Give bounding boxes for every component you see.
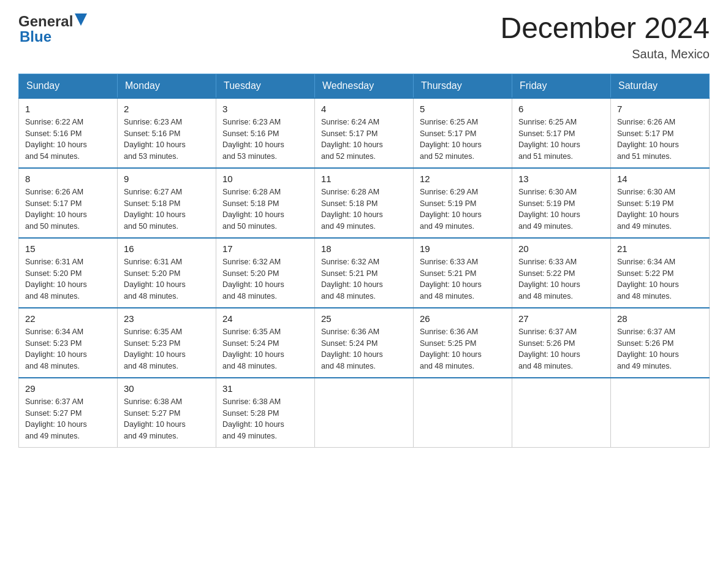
calendar-table: Sunday Monday Tuesday Wednesday Thursday… (18, 74, 710, 448)
logo-general-text: General (18, 13, 73, 30)
day-number: 15 (25, 243, 111, 254)
day-number: 27 (518, 313, 604, 324)
day-info: Sunrise: 6:26 AMSunset: 5:17 PMDaylight:… (617, 118, 679, 161)
table-row: 1 Sunrise: 6:22 AMSunset: 5:16 PMDayligh… (19, 98, 118, 168)
table-row: 13 Sunrise: 6:30 AMSunset: 5:19 PMDaylig… (512, 168, 611, 238)
table-row: 28 Sunrise: 6:37 AMSunset: 5:26 PMDaylig… (611, 308, 710, 378)
day-number: 29 (25, 383, 111, 394)
day-number: 12 (420, 174, 506, 184)
calendar-week-row: 29 Sunrise: 6:37 AMSunset: 5:27 PMDaylig… (19, 378, 710, 448)
table-row: 8 Sunrise: 6:26 AMSunset: 5:17 PMDayligh… (19, 168, 118, 238)
table-row (512, 378, 611, 448)
day-number: 13 (518, 174, 604, 184)
page-subtitle: Sauta, Mexico (500, 47, 710, 61)
day-info: Sunrise: 6:28 AMSunset: 5:18 PMDaylight:… (321, 188, 383, 231)
day-info: Sunrise: 6:23 AMSunset: 5:16 PMDaylight:… (124, 118, 186, 161)
day-info: Sunrise: 6:38 AMSunset: 5:28 PMDaylight:… (222, 397, 284, 440)
day-number: 10 (222, 174, 308, 184)
table-row: 27 Sunrise: 6:37 AMSunset: 5:26 PMDaylig… (512, 308, 611, 378)
table-row: 31 Sunrise: 6:38 AMSunset: 5:28 PMDaylig… (216, 378, 315, 448)
day-info: Sunrise: 6:27 AMSunset: 5:18 PMDaylight:… (124, 188, 186, 231)
day-number: 9 (124, 174, 210, 184)
table-row: 10 Sunrise: 6:28 AMSunset: 5:18 PMDaylig… (216, 168, 315, 238)
day-info: Sunrise: 6:31 AMSunset: 5:20 PMDaylight:… (25, 258, 87, 301)
day-info: Sunrise: 6:36 AMSunset: 5:25 PMDaylight:… (420, 327, 482, 370)
day-info: Sunrise: 6:37 AMSunset: 5:26 PMDaylight:… (617, 327, 679, 370)
day-number: 14 (617, 174, 703, 184)
day-number: 21 (617, 243, 703, 254)
table-row: 16 Sunrise: 6:31 AMSunset: 5:20 PMDaylig… (118, 238, 216, 308)
table-row: 7 Sunrise: 6:26 AMSunset: 5:17 PMDayligh… (611, 98, 710, 168)
table-row: 4 Sunrise: 6:24 AMSunset: 5:17 PMDayligh… (315, 98, 414, 168)
day-info: Sunrise: 6:30 AMSunset: 5:19 PMDaylight:… (518, 188, 580, 231)
table-row (611, 378, 710, 448)
table-row: 11 Sunrise: 6:28 AMSunset: 5:18 PMDaylig… (315, 168, 414, 238)
day-info: Sunrise: 6:34 AMSunset: 5:23 PMDaylight:… (25, 327, 87, 370)
day-info: Sunrise: 6:34 AMSunset: 5:22 PMDaylight:… (617, 258, 679, 301)
day-info: Sunrise: 6:35 AMSunset: 5:23 PMDaylight:… (124, 327, 186, 370)
day-number: 2 (124, 104, 210, 114)
table-row: 24 Sunrise: 6:35 AMSunset: 5:24 PMDaylig… (216, 308, 315, 378)
header-thursday: Thursday (414, 74, 512, 98)
day-number: 11 (321, 174, 407, 184)
day-info: Sunrise: 6:25 AMSunset: 5:17 PMDaylight:… (420, 118, 482, 161)
table-row: 15 Sunrise: 6:31 AMSunset: 5:20 PMDaylig… (19, 238, 118, 308)
day-info: Sunrise: 6:35 AMSunset: 5:24 PMDaylight:… (222, 327, 284, 370)
table-row: 29 Sunrise: 6:37 AMSunset: 5:27 PMDaylig… (19, 378, 118, 448)
day-info: Sunrise: 6:29 AMSunset: 5:19 PMDaylight:… (420, 188, 482, 231)
title-section: December 2024 Sauta, Mexico (500, 12, 710, 61)
calendar-week-row: 1 Sunrise: 6:22 AMSunset: 5:16 PMDayligh… (19, 98, 710, 168)
table-row: 14 Sunrise: 6:30 AMSunset: 5:19 PMDaylig… (611, 168, 710, 238)
table-row: 12 Sunrise: 6:29 AMSunset: 5:19 PMDaylig… (414, 168, 512, 238)
day-info: Sunrise: 6:31 AMSunset: 5:20 PMDaylight:… (124, 258, 186, 301)
day-number: 6 (518, 104, 604, 114)
header-friday: Friday (512, 74, 611, 98)
header-monday: Monday (118, 74, 216, 98)
day-info: Sunrise: 6:38 AMSunset: 5:27 PMDaylight:… (124, 397, 186, 440)
day-info: Sunrise: 6:24 AMSunset: 5:17 PMDaylight:… (321, 118, 383, 161)
table-row: 19 Sunrise: 6:33 AMSunset: 5:21 PMDaylig… (414, 238, 512, 308)
day-info: Sunrise: 6:28 AMSunset: 5:18 PMDaylight:… (222, 188, 284, 231)
page-header: General Blue December 2024 Sauta, Mexico (18, 12, 710, 61)
day-number: 3 (222, 104, 308, 114)
table-row: 17 Sunrise: 6:32 AMSunset: 5:20 PMDaylig… (216, 238, 315, 308)
logo-arrow-icon (75, 13, 87, 31)
day-number: 25 (321, 313, 407, 324)
day-number: 31 (222, 383, 308, 394)
day-number: 22 (25, 313, 111, 324)
day-number: 18 (321, 243, 407, 254)
logo: General Blue (18, 12, 87, 45)
day-info: Sunrise: 6:33 AMSunset: 5:22 PMDaylight:… (518, 258, 580, 301)
day-number: 23 (124, 313, 210, 324)
day-info: Sunrise: 6:32 AMSunset: 5:21 PMDaylight:… (321, 258, 383, 301)
day-number: 5 (420, 104, 506, 114)
logo-blue-text: Blue (20, 28, 51, 45)
calendar-week-row: 8 Sunrise: 6:26 AMSunset: 5:17 PMDayligh… (19, 168, 710, 238)
day-number: 24 (222, 313, 308, 324)
day-number: 19 (420, 243, 506, 254)
day-number: 8 (25, 174, 111, 184)
table-row: 23 Sunrise: 6:35 AMSunset: 5:23 PMDaylig… (118, 308, 216, 378)
table-row: 22 Sunrise: 6:34 AMSunset: 5:23 PMDaylig… (19, 308, 118, 378)
day-number: 17 (222, 243, 308, 254)
day-number: 1 (25, 104, 111, 114)
day-info: Sunrise: 6:36 AMSunset: 5:24 PMDaylight:… (321, 327, 383, 370)
day-info: Sunrise: 6:23 AMSunset: 5:16 PMDaylight:… (222, 118, 284, 161)
day-info: Sunrise: 6:32 AMSunset: 5:20 PMDaylight:… (222, 258, 284, 301)
table-row (315, 378, 414, 448)
table-row: 20 Sunrise: 6:33 AMSunset: 5:22 PMDaylig… (512, 238, 611, 308)
day-info: Sunrise: 6:37 AMSunset: 5:27 PMDaylight:… (25, 397, 87, 440)
day-info: Sunrise: 6:30 AMSunset: 5:19 PMDaylight:… (617, 188, 679, 231)
table-row: 21 Sunrise: 6:34 AMSunset: 5:22 PMDaylig… (611, 238, 710, 308)
day-info: Sunrise: 6:37 AMSunset: 5:26 PMDaylight:… (518, 327, 580, 370)
table-row: 30 Sunrise: 6:38 AMSunset: 5:27 PMDaylig… (118, 378, 216, 448)
day-number: 4 (321, 104, 407, 114)
svg-marker-0 (75, 13, 87, 26)
table-row: 26 Sunrise: 6:36 AMSunset: 5:25 PMDaylig… (414, 308, 512, 378)
table-row: 18 Sunrise: 6:32 AMSunset: 5:21 PMDaylig… (315, 238, 414, 308)
table-row (414, 378, 512, 448)
header-saturday: Saturday (611, 74, 710, 98)
table-row: 3 Sunrise: 6:23 AMSunset: 5:16 PMDayligh… (216, 98, 315, 168)
header-tuesday: Tuesday (216, 74, 315, 98)
day-number: 28 (617, 313, 703, 324)
